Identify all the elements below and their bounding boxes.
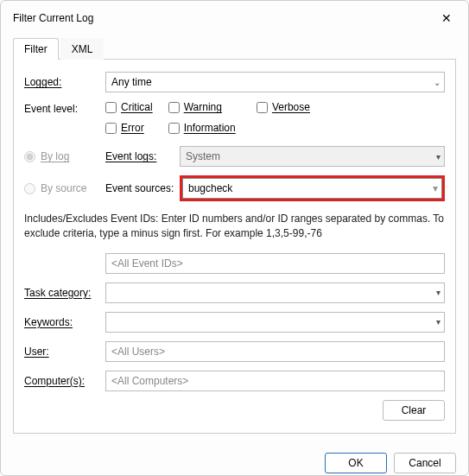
event-sources-highlight: ▾ (180, 175, 445, 201)
label-by-log: By log (41, 150, 69, 162)
radio-by-source (24, 183, 35, 194)
checkbox-verbose[interactable]: Verbose (257, 101, 310, 113)
event-sources-input[interactable] (188, 183, 428, 194)
logged-combo[interactable]: Any time ⌄ (105, 72, 445, 92)
checkbox-critical[interactable]: Critical (105, 101, 153, 113)
close-button[interactable]: ✕ (434, 8, 459, 29)
event-sources-combo[interactable]: ▾ (182, 178, 442, 199)
dialog-content: Filter XML Logged: Any time ⌄ Event leve… (1, 34, 468, 442)
chevron-down-icon: ▾ (436, 317, 440, 327)
label-computers: Computer(s): (24, 375, 85, 387)
user-input[interactable] (105, 341, 445, 362)
label-user: User: (24, 346, 49, 358)
label-logged: Logged: (24, 76, 61, 88)
tab-xml[interactable]: XML (60, 38, 105, 60)
chevron-down-icon: ⌄ (434, 78, 440, 87)
keywords-combo[interactable]: ▾ (105, 312, 445, 333)
label-event-sources: Event sources: (105, 182, 174, 194)
chevron-down-icon: ▾ (436, 288, 440, 297)
note-text: Includes/Excludes Event IDs: Enter ID nu… (24, 212, 445, 241)
cancel-button[interactable]: Cancel (394, 453, 456, 473)
event-logs-combo: System ▾ (180, 146, 445, 167)
label-event-logs: Event logs: (105, 150, 156, 162)
titlebar: Filter Current Log ✕ (1, 1, 468, 34)
checkbox-information[interactable]: Information (168, 122, 236, 134)
label-keywords: Keywords: (24, 316, 73, 328)
ok-button[interactable]: OK (325, 453, 387, 473)
close-icon: ✕ (441, 11, 452, 25)
event-ids-input[interactable] (105, 253, 445, 274)
label-by-source: By source (41, 182, 86, 194)
tab-strip: Filter XML (13, 37, 456, 60)
checkbox-warning[interactable]: Warning (168, 101, 222, 113)
clear-button[interactable]: Clear (383, 400, 445, 421)
logged-value: Any time (111, 76, 152, 88)
dialog-footer: OK Cancel (1, 442, 468, 476)
chevron-down-icon: ▾ (436, 152, 440, 162)
radio-by-log (24, 151, 35, 162)
chevron-down-icon[interactable]: ▾ (433, 182, 438, 194)
tab-filter[interactable]: Filter (13, 38, 59, 60)
filter-pane: Logged: Any time ⌄ Event level: Critical… (13, 60, 456, 434)
label-task-category: Task category: (24, 287, 91, 299)
label-event-level: Event level: (24, 103, 78, 115)
window-title: Filter Current Log (13, 12, 93, 24)
checkbox-error[interactable]: Error (105, 122, 144, 134)
computers-input[interactable] (105, 371, 445, 391)
event-logs-value: System (186, 150, 220, 162)
task-category-combo[interactable]: ▾ (105, 282, 445, 303)
